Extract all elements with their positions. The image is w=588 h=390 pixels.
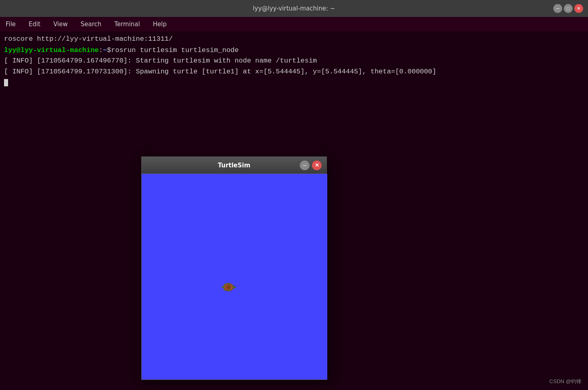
maximize-button[interactable]: □	[564, 4, 573, 13]
top-partial-line: roscore http://lyy-virtual-machine:11311…	[4, 34, 584, 44]
turtlesim-title: TurtleSim	[218, 162, 251, 169]
menu-view[interactable]: View	[51, 19, 70, 29]
turtle-sprite	[220, 281, 240, 294]
prompt-line: lyy @lyy-virtual-machine : ~ $ rosrun tu…	[4, 45, 584, 56]
prompt-colon: :	[99, 45, 103, 56]
info-line-1: [ INFO] [1710564799.167496770]: Starting…	[4, 55, 584, 66]
cursor-line	[4, 79, 584, 86]
svg-point-9	[232, 286, 235, 289]
svg-point-13	[228, 283, 230, 286]
minimize-button[interactable]: ─	[553, 4, 562, 13]
turtlesim-canvas	[142, 174, 327, 380]
turtlesim-buttons: ─ ✕	[300, 161, 322, 170]
turtlesim-window[interactable]: TurtleSim ─ ✕	[141, 156, 327, 380]
menu-edit[interactable]: Edit	[26, 19, 43, 29]
prompt-dollar: $	[107, 45, 111, 56]
prompt-at-host: @lyy-virtual-machine	[17, 45, 99, 56]
info-line-2: [ INFO] [1710564799.170731300]: Spawning…	[4, 66, 584, 77]
svg-point-15	[222, 286, 225, 288]
terminal-content[interactable]: roscore http://lyy-virtual-machine:11311…	[0, 31, 588, 390]
turtlesim-close-button[interactable]: ✕	[312, 161, 322, 170]
title-bar: lyy@lyy-virtual-machine: ~ ─ □ ✕	[0, 0, 588, 17]
menu-bar: File Edit View Search Terminal Help	[0, 17, 588, 31]
command-text: rosrun turtlesim turtlesim_node	[111, 45, 239, 56]
menu-file[interactable]: File	[3, 19, 18, 29]
prompt-path: ~	[103, 45, 107, 56]
menu-help[interactable]: Help	[151, 19, 169, 29]
menu-search[interactable]: Search	[78, 19, 104, 29]
title-bar-buttons: ─ □ ✕	[553, 4, 583, 13]
menu-terminal[interactable]: Terminal	[112, 19, 142, 29]
svg-point-10	[234, 286, 235, 287]
svg-point-14	[228, 289, 230, 292]
turtlesim-minimize-button[interactable]: ─	[300, 161, 310, 170]
svg-marker-16	[235, 287, 236, 288]
close-button[interactable]: ✕	[574, 4, 583, 13]
prompt-username: lyy	[4, 45, 17, 56]
terminal-cursor	[4, 79, 8, 86]
watermark: CSDN @钧锋	[549, 378, 582, 385]
title-bar-text: lyy@lyy-virtual-machine: ~	[253, 5, 335, 12]
turtlesim-titlebar: TurtleSim ─ ✕	[142, 157, 326, 174]
